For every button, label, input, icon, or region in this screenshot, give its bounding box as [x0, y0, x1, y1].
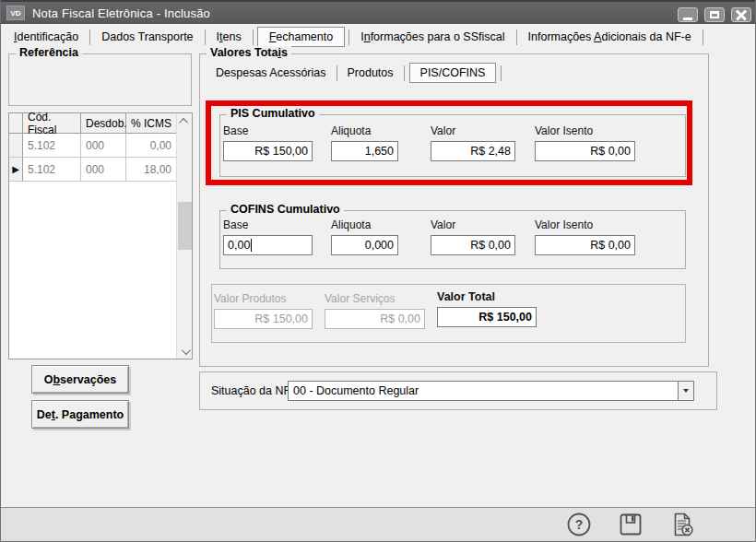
pis-aliquota-input[interactable]: [331, 141, 398, 161]
subtab-pis-cofins[interactable]: PIS/COFINS: [409, 63, 497, 83]
pis-valor-isento-label: Valor Isento: [535, 124, 635, 137]
close-icon: [736, 9, 747, 20]
totais-box: Valor Produtos Valor Serviços Valor Tota…: [211, 284, 686, 343]
situacao-nf-combobox[interactable]: 00 - Documento Regular: [288, 381, 694, 401]
subtab-produtos[interactable]: Produtos: [337, 64, 404, 82]
grid-header-row: Cód. Fiscal Desdob. % ICMS: [9, 113, 177, 134]
text-caret: [251, 239, 252, 252]
help-button[interactable]: ?: [565, 511, 593, 538]
cell-desdob: 000: [81, 134, 126, 158]
tab-separator: [501, 65, 502, 81]
scrollbar-thumb[interactable]: [178, 202, 192, 250]
valor-servicos-label: Valor Serviços: [325, 292, 425, 305]
valor-produtos-label: Valor Produtos: [214, 292, 313, 305]
cofins-cumulativo-groupbox: COFINS Cumulativo Base 0,00 Aliquota Val…: [219, 210, 686, 269]
svg-text:?: ?: [575, 517, 584, 532]
grid-scrollbar[interactable]: [176, 113, 192, 359]
cofins-aliquota-input[interactable]: [331, 235, 398, 255]
cancel-nf-icon: [669, 512, 695, 537]
valores-totais-group-title: Valores Totais: [207, 46, 291, 59]
close-button[interactable]: [731, 7, 751, 22]
cofins-aliquota-label: Aliquota: [331, 218, 398, 231]
cofins-base-label: Base: [223, 218, 313, 231]
row-selector-cell: ▶: [9, 158, 23, 182]
det-pagamento-button[interactable]: Det. Pagamento: [31, 400, 129, 429]
help-icon: ?: [566, 512, 592, 537]
tab-separator: [253, 29, 254, 45]
cell-icms: 18,00: [126, 158, 177, 182]
save-button[interactable]: [617, 511, 644, 538]
cell-icms: 0,00: [126, 134, 177, 158]
save-icon: [618, 512, 644, 537]
maximize-button[interactable]: [704, 7, 725, 22]
tab-fechamento[interactable]: Fechamento: [257, 27, 346, 47]
nota-fiscal-dialog: VD Nota Fiscal Eletrônica - Inclusão Ide…: [0, 0, 756, 542]
valor-produtos-input: [214, 309, 313, 329]
row-indicator-icon: ▶: [12, 165, 19, 174]
window-title: Nota Fiscal Eletrônica - Inclusão: [32, 6, 210, 20]
table-row-active[interactable]: ▶ 5.102 000 18,00: [9, 158, 177, 182]
footer-bar: ?: [1, 508, 756, 542]
situacao-nf-label: Situação da NF:: [211, 384, 294, 397]
pis-base-label: Base: [223, 124, 313, 137]
cofins-valor-input[interactable]: [431, 235, 515, 255]
grid-header-icms: % ICMS: [126, 113, 177, 134]
cell-cod-fiscal: 5.102: [23, 134, 81, 158]
cell-cod-fiscal: 5.102: [23, 158, 81, 182]
tab-separator: [404, 65, 405, 81]
valor-servicos-input: [325, 309, 425, 329]
pis-cumulativo-groupbox: PIS Cumulativo Base Aliquota Valor Valor…: [219, 114, 686, 177]
valores-subtab-bar: Despesas Acessórias Produtos PIS/COFINS: [206, 63, 502, 83]
cofins-group-title: COFINS Cumulativo: [227, 203, 344, 216]
pis-valor-input[interactable]: [431, 141, 515, 161]
tab-itens[interactable]: Itens: [206, 28, 253, 46]
combo-dropdown-button[interactable]: [678, 382, 693, 400]
grid-header-cod-fiscal: Cód. Fiscal: [23, 113, 81, 134]
combo-dropdown-icon: [683, 389, 689, 393]
pis-aliquota-label: Aliquota: [331, 124, 398, 137]
tab-dados-transporte[interactable]: Dados Transporte: [90, 28, 204, 46]
title-bar: VD Nota Fiscal Eletrônica - Inclusão: [1, 0, 756, 24]
grid-selector-header: [9, 113, 23, 134]
cofins-valor-label: Valor: [431, 218, 515, 231]
valor-total-input: [437, 307, 537, 327]
row-selector-cell: [9, 134, 23, 158]
referencia-group-title: Referência: [16, 46, 82, 59]
cofins-valor-isento-input[interactable]: [535, 235, 635, 255]
scroll-down-icon[interactable]: [177, 344, 193, 359]
subtab-despesas-acessorias[interactable]: Despesas Acessórias: [206, 64, 337, 82]
table-row[interactable]: 5.102 000 0,00: [9, 134, 177, 158]
scroll-up-icon[interactable]: [177, 113, 193, 128]
minimize-icon: [683, 18, 692, 20]
tab-informacoes-ssfiscal[interactable]: Informações para o SSfiscal: [349, 28, 515, 46]
maximize-icon: [710, 11, 719, 18]
minimize-button[interactable]: [678, 7, 698, 22]
pis-group-title: PIS Cumulativo: [227, 107, 319, 120]
cell-desdob: 000: [81, 158, 126, 182]
app-icon: VD: [6, 6, 25, 20]
pis-valor-label: Valor: [431, 124, 515, 137]
fiscal-codes-grid: Cód. Fiscal Desdob. % ICMS 5.102 000 0,0…: [8, 112, 193, 359]
pis-base-input[interactable]: [223, 141, 313, 161]
tab-separator: [703, 29, 703, 45]
main-tab-bar: Identificação Dados Transporte Itens Fec…: [1, 26, 756, 48]
valor-total-label: Valor Total: [437, 290, 537, 303]
pis-valor-isento-input[interactable]: [535, 141, 635, 161]
referencia-groupbox: Referência Total Cód. Fiscal: [8, 53, 192, 106]
cofins-base-input[interactable]: 0,00: [223, 235, 313, 255]
tab-identificacao[interactable]: Identificação: [3, 28, 89, 46]
cofins-valor-isento-label: Valor Isento: [535, 218, 635, 231]
tab-informacoes-adicionais-nfe[interactable]: Informações Adicionais da NF-e: [517, 28, 703, 46]
observacoes-button[interactable]: Observações: [31, 365, 129, 394]
grid-header-desdob: Desdob.: [81, 113, 126, 134]
situacao-nf-value: 00 - Documento Regular: [289, 384, 678, 397]
cancel-nf-button[interactable]: [668, 511, 696, 538]
